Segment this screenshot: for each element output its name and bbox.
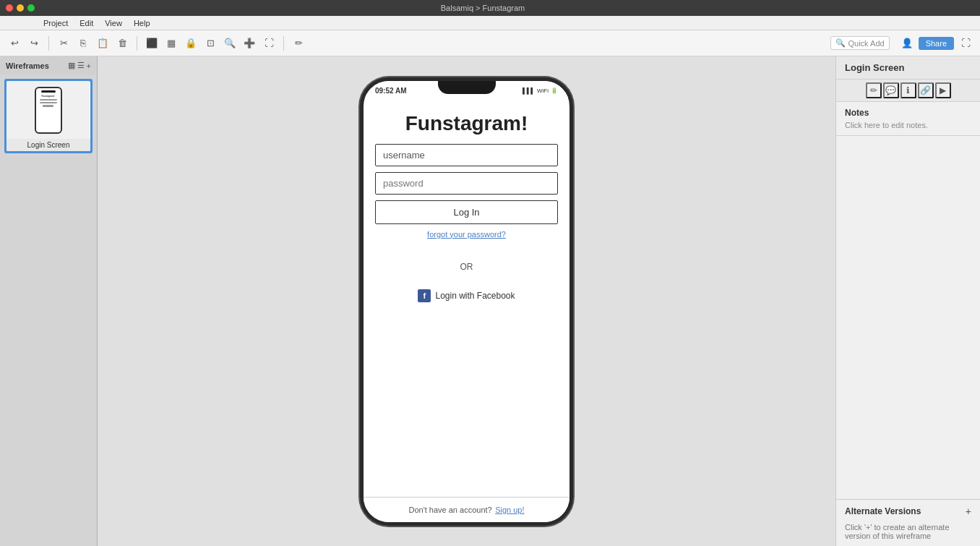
or-label: OR [460, 262, 473, 272]
menu-help[interactable]: Help [134, 19, 150, 27]
menu-bar: Project Edit View Help [0, 16, 980, 30]
paste-button[interactable]: 📋 [94, 35, 111, 52]
rt-chat-icon[interactable]: 💬 [883, 82, 899, 98]
full-screen-button[interactable]: ⛶ [260, 35, 278, 52]
rt-info-icon[interactable]: ℹ [901, 82, 916, 98]
left-sidebar: Wireframes ▦ ☰ + Funstagram! Logi [0, 56, 98, 546]
sidebar-header: Wireframes ▦ ☰ + [0, 56, 97, 74]
align-button[interactable]: ⬛ [143, 35, 160, 52]
group-button[interactable]: ▦ [163, 35, 180, 52]
traffic-lights [6, 4, 35, 12]
quick-add-label: Quick Add [848, 39, 885, 48]
lock-button[interactable]: 🔒 [182, 35, 199, 52]
rt-play-icon[interactable]: ▶ [935, 82, 951, 98]
pencil-button[interactable]: ✏ [290, 35, 307, 52]
main-layout: Wireframes ▦ ☰ + Funstagram! Logi [0, 56, 980, 546]
crop-button[interactable]: ⊡ [202, 35, 219, 52]
username-input[interactable] [375, 144, 558, 166]
notes-placeholder[interactable]: Click here to edit notes. [845, 121, 971, 129]
add-alternate-button[interactable]: + [966, 506, 971, 517]
search-icon: 🔍 [835, 38, 846, 48]
wireframe-thumb-inner: Funstagram! Login Screen [7, 81, 90, 151]
canvas-area: 09:52 AM ▌▌▌ WiFi 🔋 Funstagram! Log In f… [98, 56, 835, 546]
toolbar-edit: ✂ ⎘ 📋 🗑 [55, 35, 131, 52]
close-button[interactable] [6, 4, 13, 12]
signup-link[interactable]: Sign up! [495, 506, 524, 514]
menu-view[interactable]: View [105, 19, 122, 27]
toolbar-left: ↩ ↪ [6, 35, 43, 52]
sidebar-title: Wireframes [6, 61, 49, 70]
sidebar-list-view[interactable]: ☰ [77, 61, 85, 70]
wifi-icon: WiFi [537, 88, 549, 94]
wireframe-thumbnail[interactable]: Funstagram! Login Screen [4, 79, 93, 153]
menu-edit[interactable]: Edit [79, 19, 93, 27]
quick-add-box[interactable]: 🔍 Quick Add [830, 36, 890, 50]
cut-button[interactable]: ✂ [55, 35, 72, 52]
title-bar: Balsamiq > Funstagram [0, 0, 980, 16]
minimize-button[interactable] [17, 4, 24, 12]
sidebar-view-icons: ▦ ☰ + [68, 61, 91, 70]
alternate-versions-desc: Click '+' to create an alternate version… [836, 523, 980, 546]
fullscreen-icon[interactable]: ⛶ [957, 35, 974, 52]
password-input[interactable] [375, 172, 558, 195]
battery-icon: 🔋 [551, 88, 558, 94]
facebook-login-label: Login with Facebook [435, 291, 515, 301]
undo-button[interactable]: ↩ [6, 35, 23, 52]
wireframe-label: Login Screen [7, 139, 90, 151]
toolbar-right: 👤 Share ⛶ [898, 35, 974, 52]
rt-link-icon[interactable]: 🔗 [918, 82, 934, 98]
phone-bottom-area: Don't have an account? Sign up! [364, 497, 569, 522]
mini-phone-preview: Funstagram! [35, 87, 62, 134]
alternate-versions-header: Alternate Versions + [836, 500, 980, 523]
signup-prompt: Don't have an account? [408, 506, 491, 514]
toolbar: ↩ ↪ ✂ ⎘ 📋 🗑 ⬛ ▦ 🔒 ⊡ 🔍 ➕ ⛶ ✏ 🔍 Quick Add … [0, 30, 980, 56]
notes-section: Notes Click here to edit notes. [836, 102, 980, 136]
mini-line-1 [40, 99, 57, 101]
phone-status-icons: ▌▌▌ WiFi 🔋 [523, 88, 558, 94]
mini-line-3 [43, 105, 53, 107]
share-label: Share [926, 39, 947, 48]
mini-line-2 [40, 102, 57, 103]
phone-time: 09:52 AM [375, 87, 407, 95]
right-panel-title: Login Screen [836, 56, 980, 80]
right-panel: Login Screen ✏ 💬 ℹ 🔗 ▶ Notes Click here … [835, 56, 980, 546]
notes-title: Notes [845, 108, 971, 118]
toolbar-separator-3 [283, 36, 284, 51]
sidebar-grid-view[interactable]: ▦ [68, 61, 75, 70]
toolbar-arrange: ⬛ ▦ 🔒 ⊡ 🔍 ➕ ⛶ [143, 35, 278, 52]
wireframe-preview: Funstagram! [7, 81, 90, 139]
login-button[interactable]: Log In [375, 200, 558, 224]
alternate-versions-title: Alternate Versions [845, 506, 921, 516]
zoom-in-button[interactable]: ➕ [241, 35, 258, 52]
delete-button[interactable]: 🗑 [113, 35, 131, 52]
window-title: Balsamiq > Funstagram [39, 4, 927, 12]
phone-mockup: 09:52 AM ▌▌▌ WiFi 🔋 Funstagram! Log In f… [360, 77, 573, 526]
right-panel-toolbar: ✏ 💬 ℹ 🔗 ▶ [836, 80, 980, 102]
menu-project[interactable]: Project [43, 19, 68, 27]
mini-title: Funstagram! [41, 95, 54, 98]
rt-pencil-icon[interactable]: ✏ [866, 82, 882, 98]
signal-icon: ▌▌▌ [523, 88, 535, 94]
app-title: Funstagram! [405, 112, 528, 135]
phone-content: Funstagram! Log In forgot your password?… [364, 98, 569, 497]
user-icon[interactable]: 👤 [898, 35, 916, 52]
redo-button[interactable]: ↪ [25, 35, 43, 52]
zoom-button[interactable]: 🔍 [221, 35, 238, 52]
facebook-login-button[interactable]: f Login with Facebook [418, 289, 515, 302]
toolbar-separator-1 [48, 36, 49, 51]
share-button[interactable]: Share [919, 37, 954, 50]
forgot-password-link[interactable]: forgot your password? [427, 230, 506, 239]
maximize-button[interactable] [27, 4, 35, 12]
copy-button[interactable]: ⎘ [74, 35, 92, 52]
toolbar-separator-2 [137, 36, 137, 51]
sidebar-add[interactable]: + [87, 61, 91, 70]
phone-notch [438, 81, 496, 94]
facebook-icon: f [418, 289, 431, 302]
mini-notch [41, 90, 56, 93]
